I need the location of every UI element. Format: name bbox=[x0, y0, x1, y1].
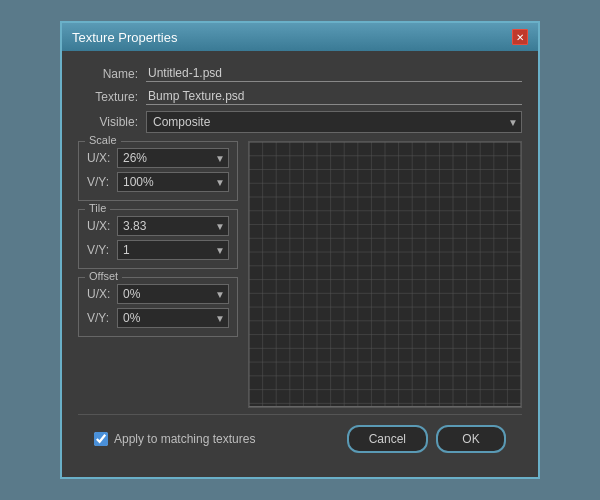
tile-vy-label: V/Y: bbox=[87, 243, 117, 257]
offset-ux-select[interactable]: 0% 25% 50% 75% bbox=[117, 284, 229, 304]
offset-ux-row: U/X: 0% 25% 50% 75% ▼ bbox=[87, 284, 229, 304]
ok-button[interactable]: OK bbox=[436, 425, 506, 453]
apply-checkbox[interactable] bbox=[94, 432, 108, 446]
texture-grid-preview bbox=[248, 141, 522, 408]
texture-properties-dialog: Texture Properties ✕ Name: Untitled-1.ps… bbox=[60, 21, 540, 479]
scale-ux-label: U/X: bbox=[87, 151, 117, 165]
offset-vy-row: V/Y: 0% 25% 50% 75% ▼ bbox=[87, 308, 229, 328]
texture-label: Texture: bbox=[78, 90, 138, 104]
scale-ux-select-wrapper: 26% 50% 75% 100% ▼ bbox=[117, 148, 229, 168]
title-bar: Texture Properties ✕ bbox=[62, 23, 538, 51]
grid-svg bbox=[249, 142, 521, 407]
visible-select[interactable]: Composite Diffuse Specular Bump Reflecti… bbox=[146, 111, 522, 133]
scale-ux-row: U/X: 26% 50% 75% 100% ▼ bbox=[87, 148, 229, 168]
offset-ux-select-wrapper: 0% 25% 50% 75% ▼ bbox=[117, 284, 229, 304]
visible-label: Visible: bbox=[78, 115, 138, 129]
tile-ux-label: U/X: bbox=[87, 219, 117, 233]
scale-title: Scale bbox=[85, 134, 121, 146]
name-row: Name: Untitled-1.psd bbox=[78, 65, 522, 82]
button-area: Cancel OK bbox=[347, 425, 506, 453]
scale-group: Scale U/X: 26% 50% 75% 100% ▼ bbox=[78, 141, 238, 201]
offset-vy-select[interactable]: 0% 25% 50% 75% bbox=[117, 308, 229, 328]
close-button[interactable]: ✕ bbox=[512, 29, 528, 45]
texture-row: Texture: Bump Texture.psd bbox=[78, 88, 522, 105]
tile-vy-select[interactable]: 1 2 3 4 bbox=[117, 240, 229, 260]
scale-ux-select[interactable]: 26% 50% 75% 100% bbox=[117, 148, 229, 168]
name-label: Name: bbox=[78, 67, 138, 81]
dialog-title: Texture Properties bbox=[72, 30, 178, 45]
tile-vy-row: V/Y: 1 2 3 4 ▼ bbox=[87, 240, 229, 260]
name-value: Untitled-1.psd bbox=[146, 65, 522, 82]
left-panel: Scale U/X: 26% 50% 75% 100% ▼ bbox=[78, 141, 238, 408]
footer: Apply to matching textures Cancel OK bbox=[78, 414, 522, 463]
scale-vy-select-wrapper: 100% 50% 75% 26% ▼ bbox=[117, 172, 229, 192]
tile-ux-select-wrapper: 3.83 1 2 4 ▼ bbox=[117, 216, 229, 236]
tile-title: Tile bbox=[85, 202, 110, 214]
scale-vy-row: V/Y: 100% 50% 75% 26% ▼ bbox=[87, 172, 229, 192]
cancel-button[interactable]: Cancel bbox=[347, 425, 428, 453]
offset-vy-label: V/Y: bbox=[87, 311, 117, 325]
dialog-content: Name: Untitled-1.psd Texture: Bump Textu… bbox=[62, 51, 538, 477]
main-area: Scale U/X: 26% 50% 75% 100% ▼ bbox=[78, 141, 522, 408]
tile-vy-select-wrapper: 1 2 3 4 ▼ bbox=[117, 240, 229, 260]
scale-vy-label: V/Y: bbox=[87, 175, 117, 189]
offset-title: Offset bbox=[85, 270, 122, 282]
close-icon: ✕ bbox=[516, 32, 524, 43]
tile-group: Tile U/X: 3.83 1 2 4 ▼ bbox=[78, 209, 238, 269]
visible-row: Visible: Composite Diffuse Specular Bump… bbox=[78, 111, 522, 133]
tile-ux-select[interactable]: 3.83 1 2 4 bbox=[117, 216, 229, 236]
tile-ux-row: U/X: 3.83 1 2 4 ▼ bbox=[87, 216, 229, 236]
apply-checkbox-area: Apply to matching textures bbox=[94, 432, 347, 446]
texture-value: Bump Texture.psd bbox=[146, 88, 522, 105]
offset-ux-label: U/X: bbox=[87, 287, 117, 301]
scale-vy-select[interactable]: 100% 50% 75% 26% bbox=[117, 172, 229, 192]
apply-label: Apply to matching textures bbox=[114, 432, 255, 446]
offset-group: Offset U/X: 0% 25% 50% 75% ▼ bbox=[78, 277, 238, 337]
offset-vy-select-wrapper: 0% 25% 50% 75% ▼ bbox=[117, 308, 229, 328]
visible-select-wrapper: Composite Diffuse Specular Bump Reflecti… bbox=[146, 111, 522, 133]
